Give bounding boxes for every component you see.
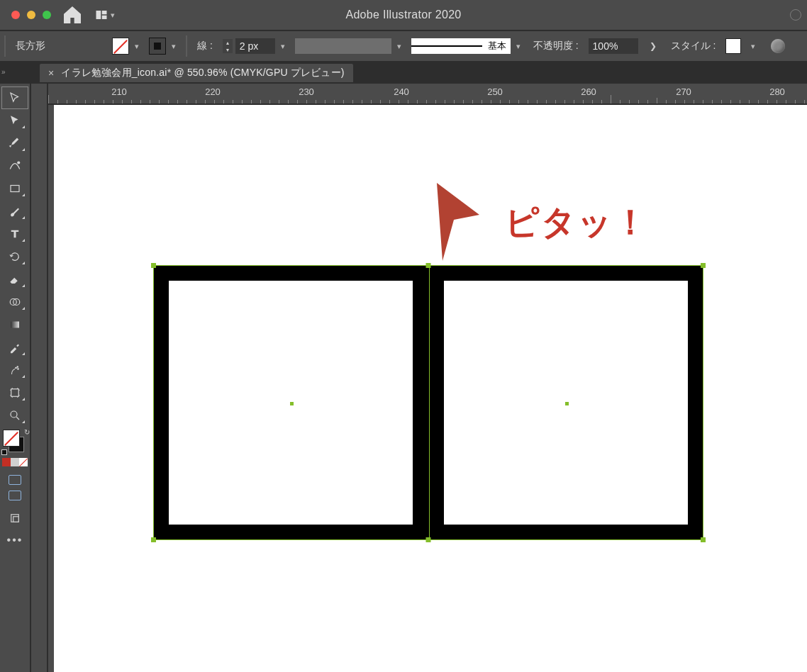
rotate-tool[interactable] — [2, 246, 28, 267]
stroke-color-icon — [149, 38, 166, 55]
width-profile-preview — [295, 38, 391, 54]
ruler-major: 280 — [769, 86, 785, 97]
document-tab[interactable]: × イラレ勉強会用_icon.ai* @ 550.96% (CMYK/GPU プ… — [40, 64, 353, 82]
fill-indicator — [3, 430, 20, 447]
canvas[interactable]: 210 220 230 240 250 260 270 280 6 7 8 9 … — [48, 84, 807, 672]
document-tab-strip: × イラレ勉強会用_icon.ai* @ 550.96% (CMYK/GPU プ… — [0, 62, 807, 84]
stroke-width-input[interactable] — [235, 38, 275, 54]
stroke-width-stepper[interactable]: ▴ ▾ ▾ — [223, 38, 288, 54]
shape-builder-tool[interactable] — [2, 291, 28, 313]
swap-fill-stroke-icon[interactable]: ↻ — [24, 428, 30, 436]
svg-point-9 — [17, 366, 18, 368]
svg-rect-2 — [102, 16, 107, 19]
draw-mode-button[interactable] — [2, 508, 28, 529]
selection-icon — [9, 91, 21, 104]
app-title: Adobe Illustrator 2020 — [345, 9, 461, 21]
symbol-sprayer-tool[interactable] — [2, 359, 28, 381]
step-down-icon[interactable]: ▾ — [223, 46, 233, 53]
screen-mode-full-icon[interactable] — [9, 491, 21, 500]
selection-handle[interactable] — [701, 263, 706, 268]
close-window-icon[interactable] — [11, 11, 20, 19]
svg-rect-11 — [11, 389, 19, 397]
selection-handle[interactable] — [151, 537, 156, 542]
annotation-text: ピタッ！ — [505, 200, 649, 245]
selection-handle[interactable] — [151, 263, 156, 268]
selection-handle[interactable] — [426, 537, 431, 542]
opacity-more-icon[interactable]: ❯ — [645, 41, 661, 51]
selection-handle[interactable] — [701, 537, 706, 542]
stepper-buttons[interactable]: ▴ ▾ — [223, 39, 233, 53]
pen-tool[interactable] — [2, 133, 28, 154]
variable-width-profile[interactable]: ▾ — [295, 38, 404, 54]
default-fill-stroke-icon[interactable] — [1, 449, 7, 455]
brush-definition[interactable]: 基本 ▾ — [411, 38, 523, 54]
brush-icon — [9, 205, 21, 218]
brush-preview: 基本 — [411, 38, 511, 54]
ruler-major: 270 — [676, 86, 691, 97]
opacity-label: 不透明度 : — [530, 40, 581, 52]
chevron-down-icon[interactable]: ▾ — [132, 42, 142, 51]
ruler-major: 220 — [205, 86, 221, 97]
screen-mode-group — [9, 475, 21, 500]
zoom-tool[interactable] — [2, 405, 28, 426]
color-mode-color-icon[interactable] — [2, 458, 11, 466]
chevron-down-icon[interactable]: ▾ — [169, 42, 179, 51]
color-mode-none-icon[interactable] — [19, 458, 28, 466]
opacity-input[interactable] — [589, 38, 638, 54]
home-button[interactable] — [61, 4, 84, 26]
rectangle-icon — [9, 182, 21, 195]
vertical-ruler-gutter — [31, 84, 48, 672]
edit-toolbar-button[interactable]: ••• — [7, 534, 23, 547]
artboard-icon — [9, 386, 21, 399]
chevron-down-icon: ▾ — [111, 11, 115, 20]
divider — [4, 35, 6, 56]
workspace-icon — [95, 9, 108, 21]
workspace-switcher[interactable]: ▾ — [94, 4, 116, 26]
selection-tool[interactable] — [2, 87, 28, 108]
stroke-swatch[interactable]: ▾ — [149, 38, 179, 55]
paintbrush-tool[interactable] — [2, 201, 28, 222]
no-fill-icon — [112, 38, 129, 55]
fill-stroke-indicator[interactable]: ↻ — [3, 430, 27, 454]
artboard-tool[interactable] — [2, 382, 28, 403]
rectangle-tool[interactable] — [2, 178, 28, 199]
svg-rect-0 — [96, 11, 101, 19]
curvature-tool[interactable] — [2, 155, 28, 177]
artboard[interactable]: ピタッ！ — [54, 105, 807, 672]
ruler-major: 250 — [487, 86, 503, 97]
zoom-window-icon[interactable] — [43, 11, 51, 19]
brush-name: 基本 — [488, 40, 506, 52]
close-tab-icon[interactable]: × — [48, 67, 54, 79]
chevron-down-icon[interactable]: ▾ — [513, 42, 523, 51]
expand-panels-icon[interactable]: » — [1, 68, 6, 76]
eraser-tool[interactable] — [2, 269, 28, 290]
direct-selection-tool[interactable] — [2, 110, 28, 131]
selection-bounding-box — [153, 265, 703, 540]
document-setup-icon[interactable] — [771, 39, 785, 53]
graphic-style-swatch[interactable] — [725, 38, 741, 54]
ruler-major: 230 — [299, 86, 314, 97]
fill-swatch[interactable]: ▾ — [112, 38, 142, 55]
snap-guide-vertical — [429, 266, 430, 539]
screen-mode-normal-icon[interactable] — [9, 475, 21, 485]
gradient-icon — [9, 318, 21, 331]
type-tool[interactable] — [2, 223, 28, 245]
svg-point-12 — [11, 411, 17, 418]
sync-status-icon — [790, 9, 801, 21]
gradient-tool[interactable] — [2, 314, 28, 335]
step-up-icon[interactable]: ▴ — [223, 39, 233, 46]
object-type-label: 長方形 — [13, 40, 48, 52]
color-mode-gradient-icon[interactable] — [11, 458, 19, 466]
home-icon — [61, 4, 84, 26]
svg-point-10 — [18, 369, 19, 370]
chevron-down-icon[interactable]: ▾ — [278, 42, 288, 51]
chevron-down-icon[interactable]: ▾ — [748, 42, 758, 51]
eyedropper-tool[interactable] — [2, 337, 28, 358]
eraser-icon — [9, 273, 21, 286]
window-controls — [11, 11, 51, 19]
horizontal-ruler[interactable]: 210 220 230 240 250 260 270 280 — [48, 84, 807, 105]
minimize-window-icon[interactable] — [27, 11, 35, 19]
annotation-arrow-icon — [430, 183, 486, 270]
color-mode-row — [2, 458, 28, 466]
chevron-down-icon[interactable]: ▾ — [394, 42, 404, 51]
